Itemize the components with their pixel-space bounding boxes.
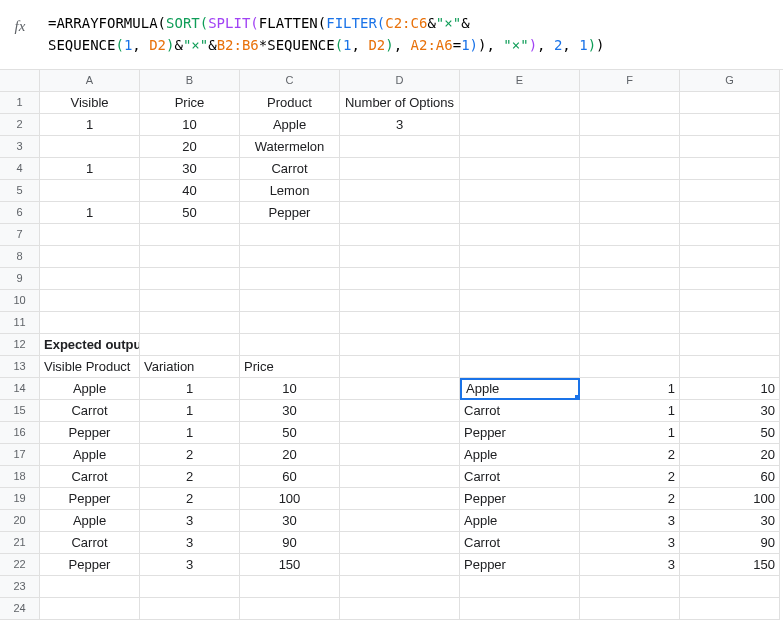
- cell-A13[interactable]: Visible Product: [40, 356, 140, 378]
- cell-D12[interactable]: [340, 334, 460, 356]
- column-header-E[interactable]: E: [460, 70, 580, 92]
- row-header-2[interactable]: 2: [0, 114, 40, 136]
- cell-B15[interactable]: 1: [140, 400, 240, 422]
- cell-C1[interactable]: Product: [240, 92, 340, 114]
- cell-F14[interactable]: 1: [580, 378, 680, 400]
- row-header-8[interactable]: 8: [0, 246, 40, 268]
- cell-C21[interactable]: 90: [240, 532, 340, 554]
- cell-E11[interactable]: [460, 312, 580, 334]
- cell-F11[interactable]: [580, 312, 680, 334]
- cell-G14[interactable]: 10: [680, 378, 780, 400]
- cell-E20[interactable]: Apple: [460, 510, 580, 532]
- cell-F5[interactable]: [580, 180, 680, 202]
- cell-G15[interactable]: 30: [680, 400, 780, 422]
- cell-B9[interactable]: [140, 268, 240, 290]
- cell-G19[interactable]: 100: [680, 488, 780, 510]
- cell-G6[interactable]: [680, 202, 780, 224]
- cell-C3[interactable]: Watermelon: [240, 136, 340, 158]
- cell-G12[interactable]: [680, 334, 780, 356]
- row-header-7[interactable]: 7: [0, 224, 40, 246]
- cell-D15[interactable]: [340, 400, 460, 422]
- cell-A10[interactable]: [40, 290, 140, 312]
- row-header-22[interactable]: 22: [0, 554, 40, 576]
- cell-F20[interactable]: 3: [580, 510, 680, 532]
- cell-A18[interactable]: Carrot: [40, 466, 140, 488]
- cell-B22[interactable]: 3: [140, 554, 240, 576]
- cell-C6[interactable]: Pepper: [240, 202, 340, 224]
- cell-E8[interactable]: [460, 246, 580, 268]
- cell-E4[interactable]: [460, 158, 580, 180]
- cell-F17[interactable]: 2: [580, 444, 680, 466]
- cell-B24[interactable]: [140, 598, 240, 620]
- cell-D5[interactable]: [340, 180, 460, 202]
- cell-A17[interactable]: Apple: [40, 444, 140, 466]
- cell-G13[interactable]: [680, 356, 780, 378]
- cell-B6[interactable]: 50: [140, 202, 240, 224]
- cell-D3[interactable]: [340, 136, 460, 158]
- row-header-20[interactable]: 20: [0, 510, 40, 532]
- cell-D4[interactable]: [340, 158, 460, 180]
- cell-D8[interactable]: [340, 246, 460, 268]
- cell-A14[interactable]: Apple: [40, 378, 140, 400]
- cell-G1[interactable]: [680, 92, 780, 114]
- row-header-14[interactable]: 14: [0, 378, 40, 400]
- row-header-24[interactable]: 24: [0, 598, 40, 620]
- cell-A12[interactable]: Expected output: [40, 334, 140, 356]
- cell-F4[interactable]: [580, 158, 680, 180]
- cell-D2[interactable]: 3: [340, 114, 460, 136]
- cell-D14[interactable]: [340, 378, 460, 400]
- cell-F7[interactable]: [580, 224, 680, 246]
- cell-D9[interactable]: [340, 268, 460, 290]
- cell-D10[interactable]: [340, 290, 460, 312]
- cell-A23[interactable]: [40, 576, 140, 598]
- cell-E19[interactable]: Pepper: [460, 488, 580, 510]
- cell-F15[interactable]: 1: [580, 400, 680, 422]
- cell-D11[interactable]: [340, 312, 460, 334]
- cell-F18[interactable]: 2: [580, 466, 680, 488]
- cell-F3[interactable]: [580, 136, 680, 158]
- cell-A3[interactable]: [40, 136, 140, 158]
- cell-C23[interactable]: [240, 576, 340, 598]
- cell-B19[interactable]: 2: [140, 488, 240, 510]
- row-header-5[interactable]: 5: [0, 180, 40, 202]
- cell-C14[interactable]: 10: [240, 378, 340, 400]
- row-header-17[interactable]: 17: [0, 444, 40, 466]
- cell-F16[interactable]: 1: [580, 422, 680, 444]
- cell-F1[interactable]: [580, 92, 680, 114]
- row-header-11[interactable]: 11: [0, 312, 40, 334]
- cell-A20[interactable]: Apple: [40, 510, 140, 532]
- cell-F6[interactable]: [580, 202, 680, 224]
- cell-A5[interactable]: [40, 180, 140, 202]
- cell-G21[interactable]: 90: [680, 532, 780, 554]
- cell-B21[interactable]: 3: [140, 532, 240, 554]
- cell-G23[interactable]: [680, 576, 780, 598]
- cell-E24[interactable]: [460, 598, 580, 620]
- cell-B16[interactable]: 1: [140, 422, 240, 444]
- cell-E15[interactable]: Carrot: [460, 400, 580, 422]
- cell-D20[interactable]: [340, 510, 460, 532]
- cell-E17[interactable]: Apple: [460, 444, 580, 466]
- cell-D7[interactable]: [340, 224, 460, 246]
- cell-G20[interactable]: 30: [680, 510, 780, 532]
- cell-B5[interactable]: 40: [140, 180, 240, 202]
- cell-C19[interactable]: 100: [240, 488, 340, 510]
- cell-G11[interactable]: [680, 312, 780, 334]
- cell-C2[interactable]: Apple: [240, 114, 340, 136]
- cell-C13[interactable]: Price: [240, 356, 340, 378]
- row-header-12[interactable]: 12: [0, 334, 40, 356]
- cell-G8[interactable]: [680, 246, 780, 268]
- cell-G7[interactable]: [680, 224, 780, 246]
- cell-B11[interactable]: [140, 312, 240, 334]
- column-header-D[interactable]: D: [340, 70, 460, 92]
- cell-C12[interactable]: [240, 334, 340, 356]
- cell-F8[interactable]: [580, 246, 680, 268]
- cell-G24[interactable]: [680, 598, 780, 620]
- cell-D13[interactable]: [340, 356, 460, 378]
- cell-C17[interactable]: 20: [240, 444, 340, 466]
- cell-C8[interactable]: [240, 246, 340, 268]
- cell-A22[interactable]: Pepper: [40, 554, 140, 576]
- cell-B3[interactable]: 20: [140, 136, 240, 158]
- cell-C10[interactable]: [240, 290, 340, 312]
- cell-A6[interactable]: 1: [40, 202, 140, 224]
- cell-C18[interactable]: 60: [240, 466, 340, 488]
